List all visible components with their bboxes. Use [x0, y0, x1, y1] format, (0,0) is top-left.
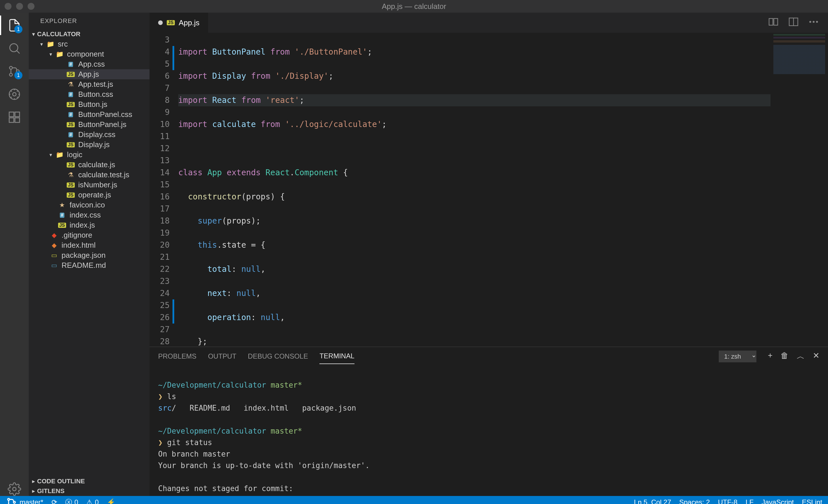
svg-point-1 — [9, 66, 12, 69]
svg-rect-7 — [9, 118, 14, 123]
tab-terminal[interactable]: TERMINAL — [320, 349, 354, 364]
scm-badge: 1 — [14, 71, 23, 79]
status-indent[interactable]: Spaces: 2 — [679, 498, 710, 504]
titlebar: App.js — calculator — [0, 0, 828, 13]
terminal-output[interactable]: ~/Development/calculator master* ❯ ls sr… — [150, 366, 828, 496]
extensions-icon[interactable] — [7, 110, 21, 124]
compare-changes-icon[interactable] — [768, 16, 779, 29]
minimap[interactable] — [771, 33, 828, 347]
traffic-lights — [5, 3, 35, 10]
file-index-js[interactable]: JSindex.js — [29, 220, 150, 230]
status-errors[interactable]: ⓧ 0 — [65, 498, 78, 504]
split-editor-icon[interactable] — [788, 16, 799, 29]
status-eslint[interactable]: ESLint — [802, 498, 822, 504]
editor-body[interactable]: 3456789101112131415161718192021222324252… — [150, 33, 828, 347]
source-control-icon[interactable]: 1 — [7, 64, 21, 78]
svg-point-4 — [9, 89, 19, 99]
folder-logic[interactable]: ▾📁logic — [29, 150, 150, 160]
folder-root-header[interactable]: ▾CALCULATOR — [29, 29, 150, 39]
tab-label: App.js — [179, 18, 200, 27]
file-operate-js[interactable]: JSoperate.js — [29, 190, 150, 200]
svg-rect-8 — [15, 118, 19, 123]
file-buttonpanel-js[interactable]: JSButtonPanel.js — [29, 120, 150, 130]
close-window-button[interactable] — [5, 3, 11, 10]
tab-app-js[interactable]: JS App.js — [150, 13, 208, 33]
sidebar: EXPLORER ▾CALCULATOR ▾📁src ▾📁component #… — [29, 13, 150, 496]
window-title: App.js — calculator — [382, 2, 446, 11]
file-calculate-test[interactable]: ⚗calculate.test.js — [29, 170, 150, 180]
editor-area: JS App.js 345678910111213141516171819202… — [150, 13, 828, 496]
code-content[interactable]: import ButtonPanel from './ButtonPanel';… — [178, 33, 771, 347]
svg-point-16 — [8, 499, 10, 501]
debug-icon[interactable] — [7, 87, 21, 101]
status-cursor[interactable]: Ln 5, Col 27 — [634, 498, 671, 504]
dirty-indicator-icon — [158, 20, 163, 25]
code-outline-header[interactable]: ▸CODE OUTLINE — [29, 476, 150, 486]
file-gitignore[interactable]: ◆.gitignore — [29, 230, 150, 240]
folder-component[interactable]: ▾📁component — [29, 49, 150, 59]
svg-point-18 — [13, 501, 15, 503]
file-app-css[interactable]: #App.css — [29, 59, 150, 69]
svg-point-13 — [809, 21, 811, 23]
tab-problems[interactable]: PROBLEMS — [158, 349, 196, 364]
file-app-js[interactable]: JSApp.js — [29, 69, 150, 79]
search-icon[interactable] — [7, 41, 21, 55]
sidebar-title: EXPLORER — [29, 13, 150, 29]
terminal-picker[interactable]: 1: zsh — [719, 351, 756, 362]
file-display-js[interactable]: JSDisplay.js — [29, 140, 150, 150]
svg-rect-11 — [774, 18, 778, 25]
folder-src[interactable]: ▾📁src — [29, 39, 150, 49]
js-file-icon: JS — [167, 20, 175, 25]
minimize-window-button[interactable] — [16, 3, 23, 10]
svg-point-9 — [13, 487, 16, 491]
status-sync[interactable]: ⟳ — [51, 498, 57, 504]
svg-rect-5 — [9, 112, 14, 117]
gitlens-header[interactable]: ▸GITLENS — [29, 486, 150, 496]
bottom-panel: PROBLEMS OUTPUT DEBUG CONSOLE TERMINAL 1… — [150, 347, 828, 496]
file-tree: ▾📁src ▾📁component #App.css JSApp.js ⚗App… — [29, 39, 150, 476]
more-actions-icon[interactable] — [808, 16, 819, 29]
explorer-icon[interactable]: 1 — [7, 18, 21, 32]
explorer-badge: 1 — [14, 25, 23, 33]
tab-output[interactable]: OUTPUT — [208, 349, 236, 364]
status-live[interactable]: ⚡ — [107, 498, 115, 504]
file-display-css[interactable]: #Display.css — [29, 130, 150, 140]
root-label: CALCULATOR — [37, 31, 81, 38]
file-button-css[interactable]: #Button.css — [29, 89, 150, 99]
svg-point-15 — [816, 21, 818, 23]
file-button-js[interactable]: JSButton.js — [29, 99, 150, 109]
activity-bar: 1 1 — [0, 13, 29, 496]
file-calculate-js[interactable]: JScalculate.js — [29, 160, 150, 170]
file-favicon[interactable]: ★favicon.ico — [29, 200, 150, 210]
status-warnings[interactable]: ⚠ 0 — [86, 498, 98, 504]
file-package-json[interactable]: ▭package.json — [29, 250, 150, 260]
status-branch[interactable]: master* — [6, 497, 43, 504]
line-gutter: 3456789101112131415161718192021222324252… — [150, 33, 178, 347]
svg-point-2 — [9, 73, 12, 76]
svg-point-14 — [813, 21, 815, 23]
file-isnumber-js[interactable]: JSisNumber.js — [29, 180, 150, 190]
maximize-window-button[interactable] — [28, 3, 35, 10]
file-app-test[interactable]: ⚗App.test.js — [29, 79, 150, 89]
status-eol[interactable]: LF — [745, 498, 753, 504]
new-terminal-icon[interactable]: + — [768, 351, 773, 362]
svg-point-0 — [10, 44, 18, 52]
close-panel-icon[interactable]: ✕ — [813, 351, 819, 362]
settings-gear-icon[interactable] — [7, 482, 21, 496]
svg-rect-6 — [15, 112, 19, 117]
svg-rect-10 — [769, 18, 773, 25]
file-index-html[interactable]: ◆index.html — [29, 240, 150, 250]
tab-debug-console[interactable]: DEBUG CONSOLE — [248, 349, 308, 364]
status-language[interactable]: JavaScript — [761, 498, 794, 504]
status-encoding[interactable]: UTF-8 — [718, 498, 737, 504]
kill-terminal-icon[interactable]: 🗑 — [781, 351, 789, 362]
panel-tabs: PROBLEMS OUTPUT DEBUG CONSOLE TERMINAL 1… — [150, 347, 828, 366]
file-index-css[interactable]: #index.css — [29, 210, 150, 220]
file-buttonpanel-css[interactable]: #ButtonPanel.css — [29, 109, 150, 120]
file-readme[interactable]: ▭README.md — [29, 260, 150, 270]
maximize-panel-icon[interactable]: ︿ — [797, 351, 805, 362]
editor-tabs: JS App.js — [150, 13, 828, 33]
status-bar: master* ⟳ ⓧ 0 ⚠ 0 ⚡ Ln 5, Col 27 Spaces:… — [0, 496, 828, 504]
